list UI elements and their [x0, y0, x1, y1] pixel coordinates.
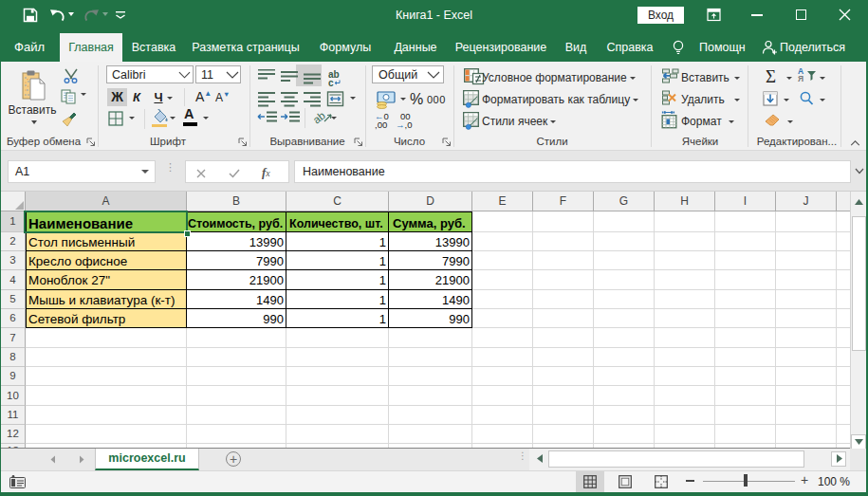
svg-text:c: c: [328, 78, 334, 88]
